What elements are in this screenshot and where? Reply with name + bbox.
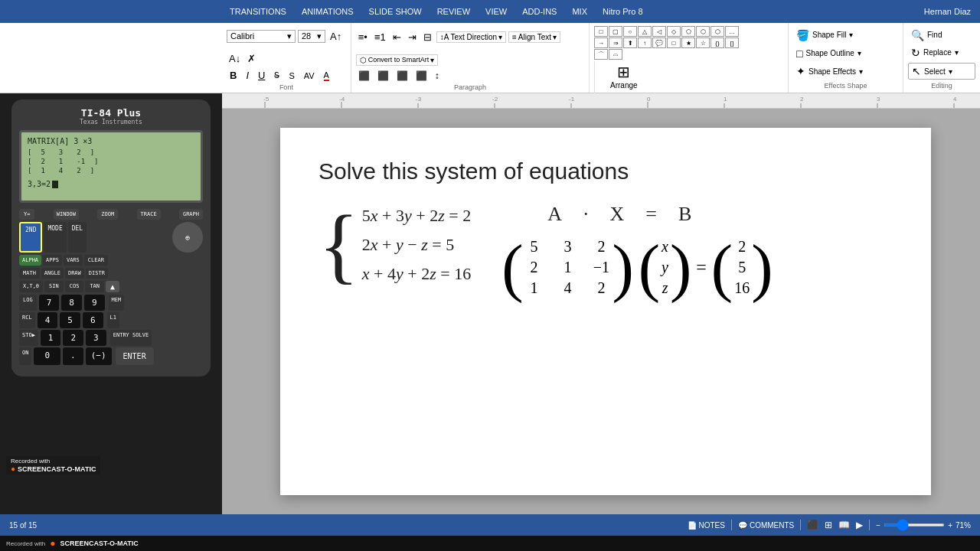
shape-rounded-rect[interactable]: ▢ bbox=[609, 26, 622, 37]
view-slideshow-btn[interactable]: ▶ bbox=[856, 520, 863, 530]
calc-4-btn[interactable]: 4 bbox=[38, 312, 58, 328]
shape-arr4[interactable]: ↑ bbox=[638, 37, 652, 48]
shape-arr1[interactable]: → bbox=[594, 37, 608, 48]
shape-oct[interactable]: ⬡ bbox=[710, 26, 724, 37]
shape-pent[interactable]: ⬠ bbox=[681, 26, 695, 37]
shape-call2[interactable]: □ bbox=[667, 37, 681, 48]
calc-cos-btn[interactable]: COS bbox=[65, 281, 84, 292]
calc-distr-btn[interactable]: DISTR bbox=[86, 268, 108, 279]
shape-fill-btn[interactable]: 🪣 Shape Fill ▾ bbox=[793, 28, 898, 43]
calc-0-btn[interactable]: 0 bbox=[34, 347, 60, 365]
ribbon-tab-addins[interactable]: ADD-INS bbox=[514, 0, 564, 23]
shadow-btn[interactable]: S bbox=[286, 70, 297, 81]
shape-eq1[interactable]: ⌒ bbox=[594, 49, 608, 60]
calc-clear-btn[interactable]: CLEAR bbox=[84, 255, 108, 266]
find-btn[interactable]: 🔍 Find bbox=[908, 28, 975, 43]
clear-format-btn[interactable]: ✗ bbox=[245, 52, 258, 65]
ribbon-tab-animations[interactable]: ANIMATIONS bbox=[294, 0, 361, 23]
shape-hex[interactable]: ⬡ bbox=[696, 26, 710, 37]
calc-nav[interactable]: ⊕ bbox=[172, 222, 203, 253]
align-center-btn[interactable]: ⬛ bbox=[375, 70, 391, 82]
calc-7-btn[interactable]: 7 bbox=[39, 295, 60, 311]
increase-indent-btn[interactable]: ⇥ bbox=[406, 31, 419, 44]
view-normal-btn[interactable]: ⬛ bbox=[807, 520, 818, 530]
spacing-btn[interactable]: AV bbox=[301, 70, 318, 81]
bullets-btn[interactable]: ≡• bbox=[356, 31, 370, 44]
calc-neg-btn[interactable]: (−) bbox=[86, 347, 112, 365]
calc-zoom-btn[interactable]: ZOOM bbox=[97, 209, 118, 220]
shape-arr3[interactable]: ⬆ bbox=[623, 37, 637, 48]
calc-tan-btn[interactable]: TAN bbox=[85, 281, 104, 292]
line-spacing-btn[interactable]: ↕ bbox=[433, 70, 442, 82]
calc-8-btn[interactable]: 8 bbox=[61, 295, 82, 311]
justify-btn[interactable]: ⬛ bbox=[413, 70, 430, 82]
font-face-dropdown[interactable]: Calibri ▾ bbox=[227, 30, 296, 43]
bold-btn[interactable]: B bbox=[227, 69, 240, 82]
calc-sto-btn[interactable]: STO▶ bbox=[19, 330, 38, 346]
calc-log-btn[interactable]: LOG bbox=[19, 295, 37, 311]
calc-up-btn[interactable]: ▲ bbox=[106, 281, 119, 292]
calc-1-btn[interactable]: 1 bbox=[41, 330, 61, 346]
shape-eq2[interactable]: ⌓ bbox=[609, 49, 622, 60]
align-text-btn[interactable]: ≡ Align Text ▾ bbox=[508, 31, 560, 43]
calc-l1-btn[interactable]: L1 bbox=[107, 312, 119, 328]
calc-on-btn[interactable]: ON bbox=[19, 347, 31, 365]
ribbon-tab-mix[interactable]: MIX bbox=[564, 0, 595, 23]
slide[interactable]: Solve this system of equations { 5x + 3y… bbox=[280, 128, 931, 495]
calc-xt-btn[interactable]: X,T,θ bbox=[19, 281, 43, 292]
calc-2nd-btn[interactable]: 2ND bbox=[19, 222, 42, 253]
calc-del-btn[interactable]: DEL bbox=[68, 222, 87, 253]
shape-rect[interactable]: □ bbox=[594, 26, 608, 37]
select-btn[interactable]: ↖ Select ▾ bbox=[908, 63, 975, 80]
ribbon-tab-nitro[interactable]: Nitro Pro 8 bbox=[595, 0, 651, 23]
comments-btn[interactable]: 💬 COMMENTS bbox=[738, 521, 794, 530]
shape-oval[interactable]: ○ bbox=[623, 26, 637, 37]
calc-y-btn[interactable]: Y= bbox=[19, 209, 34, 220]
calc-sin-btn[interactable]: SIN bbox=[44, 281, 64, 292]
shape-more[interactable]: … bbox=[725, 26, 739, 37]
calc-6-btn[interactable]: 6 bbox=[83, 312, 103, 328]
shape-bracket[interactable]: [] bbox=[725, 37, 739, 48]
align-left-btn[interactable]: ⬛ bbox=[356, 70, 372, 82]
strikethrough-btn[interactable]: S̶ bbox=[271, 70, 283, 81]
font-shrink-btn[interactable]: A↓ bbox=[227, 52, 243, 65]
calc-math-btn[interactable]: MATH bbox=[19, 268, 40, 279]
shape-effects-btn[interactable]: ✦ Shape Effects ▾ bbox=[793, 64, 898, 79]
font-grow-btn[interactable]: A↑ bbox=[328, 30, 344, 43]
shape-diamond[interactable]: ◇ bbox=[667, 26, 681, 37]
calc-5-btn[interactable]: 5 bbox=[60, 312, 80, 328]
replace-btn[interactable]: ↻ Replace ▾ bbox=[908, 45, 975, 60]
calc-graph-btn[interactable]: GRAPH bbox=[179, 209, 203, 220]
text-direction-btn[interactable]: ↕A Text Direction ▾ bbox=[436, 31, 506, 43]
zoom-slider[interactable]: − + 71% bbox=[876, 521, 971, 530]
ribbon-tab-view[interactable]: VIEW bbox=[478, 0, 514, 23]
underline-btn[interactable]: U bbox=[255, 69, 268, 82]
calc-entry-btn[interactable]: ENTRY SOLVE bbox=[110, 330, 152, 346]
calc-mode-btn[interactable]: MODE bbox=[44, 222, 66, 253]
font-color-btn[interactable]: A bbox=[321, 70, 332, 82]
calc-rcl-btn[interactable]: RCL bbox=[19, 312, 35, 328]
italic-btn[interactable]: I bbox=[243, 69, 252, 82]
calc-angle-btn[interactable]: ANGLE bbox=[41, 268, 64, 279]
arrange-btn[interactable]: ⊞ Arrange bbox=[598, 61, 650, 91]
calc-trace-btn[interactable]: TRACE bbox=[137, 209, 161, 220]
shape-rt-tri[interactable]: ◁ bbox=[652, 26, 666, 37]
calc-vars-btn[interactable]: VARS bbox=[64, 255, 83, 266]
numbering-btn[interactable]: ≡1 bbox=[372, 31, 388, 44]
calc-dot-btn[interactable]: . bbox=[63, 347, 83, 365]
calc-9-btn[interactable]: 9 bbox=[84, 295, 105, 311]
columns-btn[interactable]: ⊟ bbox=[421, 31, 434, 44]
decrease-indent-btn[interactable]: ⇤ bbox=[390, 31, 403, 44]
calc-mem-btn[interactable]: MEM bbox=[109, 295, 125, 311]
shape-tri[interactable]: △ bbox=[638, 26, 652, 37]
shape-star2[interactable]: ☆ bbox=[696, 37, 710, 48]
shape-call1[interactable]: 💬 bbox=[652, 37, 666, 48]
calc-draw-btn[interactable]: DRAW bbox=[65, 268, 84, 279]
convert-smartart-btn[interactable]: ⬡ Convert to SmartArt ▾ bbox=[356, 54, 439, 66]
align-right-btn[interactable]: ⬛ bbox=[394, 70, 410, 82]
view-slide-sorter-btn[interactable]: ⊞ bbox=[825, 520, 832, 530]
calc-3-btn[interactable]: 3 bbox=[86, 330, 106, 346]
view-reading-btn[interactable]: 📖 bbox=[838, 520, 850, 530]
shape-brace[interactable]: {} bbox=[710, 37, 724, 48]
calc-apps-btn[interactable]: APPS bbox=[43, 255, 62, 266]
